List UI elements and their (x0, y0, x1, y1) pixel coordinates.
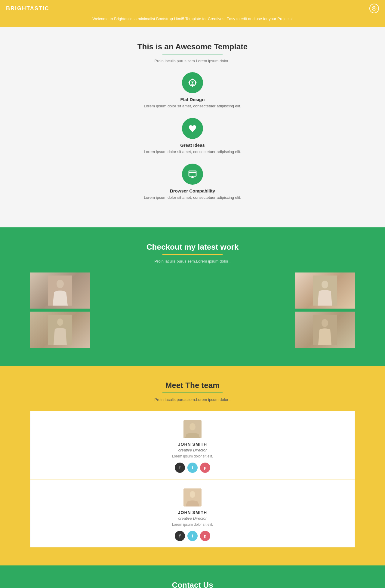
flat-design-title: Flat Design (6, 97, 379, 102)
portfolio-thumbnail-2 (48, 315, 72, 345)
team-2-twitter-icon[interactable]: t (187, 531, 198, 541)
team-social-1: f t p (36, 463, 349, 473)
svg-point-19 (57, 319, 63, 326)
team-2-facebook-icon[interactable]: f (175, 531, 185, 541)
crosshair-icon (188, 78, 197, 88)
team-subtitle: Proin iaculis purus sem.Lorem ipsum dolo… (6, 397, 379, 402)
team-desc-2: Lorem ipsum dolor sit elit. (36, 522, 349, 527)
portfolio-thumbnail-1 (48, 276, 72, 306)
svg-point-21 (322, 281, 328, 288)
team-avatar-1-img (183, 420, 202, 438)
portfolio-image-3[interactable] (295, 272, 355, 309)
awesome-divider (162, 54, 223, 54)
portfolio-image-2-inner (30, 312, 90, 348)
team-role-1: creative Director (36, 448, 349, 452)
great-ideas-icon-circle (182, 118, 203, 139)
team-cards-container: JOHN SMITH creative Director Lorem ipsum… (30, 411, 355, 547)
svg-point-17 (57, 280, 64, 288)
heart-icon (188, 124, 197, 133)
flat-design-desc: Lorem ipsum dolor sit amet, consectetuer… (6, 104, 379, 108)
awesome-title: This is an Awesome Template (6, 42, 379, 51)
team-name-1: JOHN SMITH (36, 442, 349, 447)
monitor-icon (188, 169, 197, 179)
great-ideas-desc: Lorem ipsum dolor sit amet, consectetuer… (6, 149, 379, 154)
portfolio-title: Checkout my latest work (6, 242, 379, 252)
portfolio-col-right (295, 272, 355, 348)
portfolio-section: Checkout my latest work Proin iaculis pu… (0, 227, 385, 366)
brand-logo: BRIGHTASTIC (6, 5, 49, 12)
team-social-2: f t p (36, 531, 349, 541)
portfolio-image-4[interactable] (295, 312, 355, 348)
portfolio-image-3-inner (295, 272, 355, 309)
great-ideas-title: Great Ideas (6, 143, 379, 148)
portfolio-image-2[interactable] (30, 312, 90, 348)
team-section: Meet The team Proin iaculis purus sem.Lo… (0, 366, 385, 565)
awesome-section: This is an Awesome Template Proin iaculi… (0, 27, 385, 227)
svg-point-9 (192, 82, 193, 83)
svg-rect-12 (189, 171, 196, 176)
portfolio-thumbnail-3 (313, 276, 337, 306)
team-2-pinterest-icon[interactable]: p (200, 531, 210, 541)
svg-point-27 (190, 491, 195, 498)
contact-title: Contact Us (6, 580, 379, 588)
browser-compat-desc: Lorem ipsum dolor sit amet, consectetuer… (6, 195, 379, 200)
browser-compat-title: Browser Compability (6, 188, 379, 193)
portfolio-image-4-inner (295, 312, 355, 348)
team-title: Meet The team (6, 381, 379, 390)
team-avatar-1 (183, 420, 202, 438)
team-desc-1: Lorem ipsum dolor sit elit. (36, 454, 349, 458)
team-1-pinterest-icon[interactable]: p (200, 463, 210, 473)
feature-flat-design: Flat Design Lorem ipsum dolor sit amet, … (6, 72, 379, 108)
team-card-2: JOHN SMITH creative Director Lorem ipsum… (30, 479, 355, 547)
portfolio-grid (6, 272, 379, 348)
team-avatar-2 (183, 488, 202, 506)
svg-point-25 (189, 423, 196, 430)
team-member-1-photo (183, 420, 202, 438)
portfolio-image-1[interactable] (30, 272, 90, 309)
team-role-2: creative Director (36, 516, 349, 521)
team-card-1: JOHN SMITH creative Director Lorem ipsum… (30, 411, 355, 479)
portfolio-thumbnail-4 (313, 315, 337, 345)
portfolio-image-1-inner (30, 272, 90, 309)
portfolio-divider (162, 254, 223, 255)
header-top: BRIGHTASTIC (6, 4, 379, 13)
portfolio-subtitle: Proin iaculis purus sem.Lorem ipsum dolo… (6, 259, 379, 263)
portfolio-col-left (30, 272, 90, 348)
team-divider (162, 393, 223, 393)
team-avatar-2-img (183, 488, 202, 506)
contact-section: Contact Us Proin iaculis purus sem.Lorem… (0, 565, 385, 588)
awesome-subtitle: Proin iaculis purus sem.Lorem ipsum dolo… (6, 59, 379, 63)
header-tagline: Welcome to Brightastic, a minimalist Boo… (92, 17, 293, 21)
menu-icon (372, 6, 377, 11)
team-1-twitter-icon[interactable]: t (187, 463, 198, 473)
browser-compat-icon-circle (182, 164, 203, 185)
svg-point-23 (322, 319, 328, 327)
menu-button[interactable] (369, 4, 379, 13)
team-name-2: JOHN SMITH (36, 510, 349, 515)
feature-browser-compat: Browser Compability Lorem ipsum dolor si… (6, 164, 379, 200)
feature-great-ideas: Great Ideas Lorem ipsum dolor sit amet, … (6, 118, 379, 154)
team-member-2-photo (183, 488, 202, 506)
flat-design-icon-circle (182, 72, 203, 93)
header: BRIGHTASTIC Welcome to Brightastic, a mi… (0, 0, 385, 27)
team-1-facebook-icon[interactable]: f (175, 463, 185, 473)
